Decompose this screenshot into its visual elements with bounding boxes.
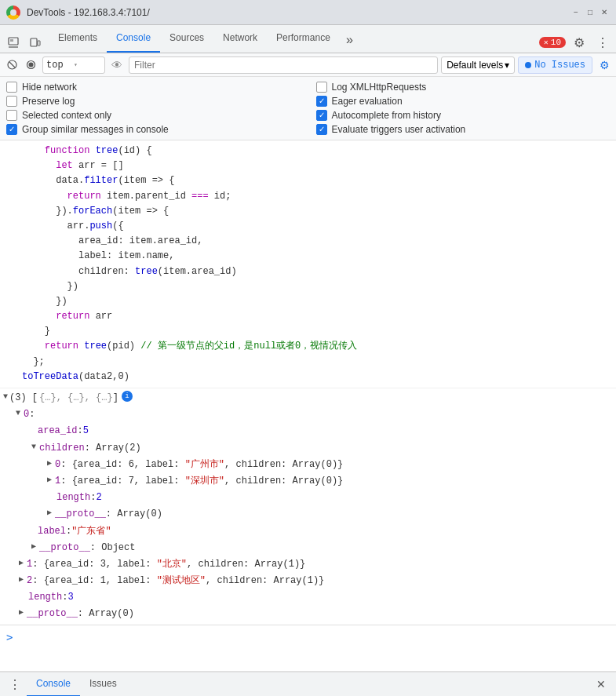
tab-elements[interactable]: Elements — [49, 24, 107, 53]
result-proto-row[interactable]: ▶ __proto__: Array(0) — [0, 606, 616, 622]
levels-arrow: ▾ — [505, 60, 509, 71]
svg-rect-2 — [10, 39, 13, 42]
error-icon: ✕ — [544, 38, 549, 47]
issues-button[interactable]: No Issues — [518, 56, 592, 74]
svg-rect-4 — [38, 41, 40, 46]
code-line: return item.parent_id === id; — [6, 189, 610, 204]
stop-recording-button[interactable] — [22, 56, 39, 74]
more-options-button[interactable]: ⋮ — [592, 32, 613, 53]
group-similar-option[interactable]: Group similar messages in console — [6, 124, 301, 135]
console-body: function tree(id) { let arr = [] data.fi… — [0, 140, 616, 671]
tab-sources[interactable]: Sources — [160, 24, 213, 53]
tab-network[interactable]: Network — [213, 24, 267, 53]
children-row[interactable]: ▼ children: Array(2) — [0, 440, 616, 457]
preserve-log-checkbox[interactable] — [6, 96, 17, 107]
evaluate-triggers-option[interactable]: Evaluate triggers user activation — [316, 124, 611, 135]
drawer-menu-button[interactable]: ⋮ — [6, 676, 24, 693]
error-count: 10 — [551, 38, 561, 47]
code-block: function tree(id) { let arr = [] data.fi… — [0, 140, 616, 388]
console-settings-button[interactable]: ⚙ — [596, 56, 613, 74]
obj-2-row[interactable]: ▶ 2: {area_id: 1, label: "测试地区", childre… — [0, 573, 616, 589]
autocomplete-checkbox[interactable] — [316, 110, 327, 121]
settings-button[interactable]: ⚙ — [569, 32, 589, 53]
eager-eval-checkbox[interactable] — [316, 96, 327, 107]
hide-network-checkbox[interactable] — [6, 82, 17, 93]
svg-rect-3 — [31, 38, 37, 46]
close-button[interactable]: ✕ — [599, 7, 610, 18]
console-scroll-container[interactable]: function tree(id) { let arr = [] data.fi… — [0, 140, 616, 671]
window-title: DevTools - 192.168.3.4:7101/ — [27, 7, 564, 18]
selected-context-option[interactable]: Selected context only — [6, 110, 301, 121]
bottom-tab-issues[interactable]: Issues — [80, 672, 126, 696]
hide-network-option[interactable]: Hide network — [6, 82, 301, 93]
result-proto-arrow[interactable]: ▶ — [19, 607, 24, 619]
code-line: arr.push({ — [6, 219, 610, 234]
prompt-arrow: > — [6, 631, 13, 643]
code-line: toTreeData(data2,0) — [6, 370, 610, 384]
area-id-row: area_id: 5 — [0, 423, 616, 439]
autocomplete-option[interactable]: Autocomplete from history — [316, 110, 611, 121]
obj-proto-row[interactable]: ▶ __proto__: Object — [0, 540, 616, 556]
maximize-button[interactable]: □ — [585, 7, 596, 18]
children-arrow[interactable]: ▼ — [31, 441, 36, 454]
code-line: }) — [6, 294, 610, 309]
eye-button[interactable]: 👁 — [108, 56, 126, 74]
selected-context-checkbox[interactable] — [6, 110, 17, 121]
result-prefix: (3) [ — [9, 391, 38, 406]
output-section: ▼ (3) [{…}, {…}, {…}] i ▼ 0: area_id: 5 … — [0, 388, 616, 625]
group-similar-checkbox[interactable] — [6, 124, 17, 135]
minimize-button[interactable]: − — [570, 7, 581, 18]
children-0-arrow[interactable]: ▶ — [47, 457, 52, 470]
obj-proto-arrow[interactable]: ▶ — [31, 541, 36, 553]
execution-context-select[interactable]: top ▾ — [42, 56, 105, 74]
log-xml-option[interactable]: Log XMLHttpRequests — [316, 82, 611, 93]
tab-performance[interactable]: Performance — [267, 24, 340, 53]
console-input-bar: > — [0, 625, 616, 650]
close-drawer-button[interactable]: ✕ — [592, 676, 610, 693]
code-line: return arr — [6, 309, 610, 324]
obj-0-row[interactable]: ▼ 0: — [0, 406, 616, 423]
children-proto-row[interactable]: ▶ __proto__: Array(0) — [0, 506, 616, 523]
code-line: } — [6, 324, 610, 339]
obj-1-row[interactable]: ▶ 1: {area_id: 3, label: "北京", children:… — [0, 556, 616, 573]
result-length-row: length: 3 — [0, 589, 616, 606]
code-line: label: item.name, — [6, 249, 610, 264]
obj-2-arrow[interactable]: ▶ — [19, 574, 24, 586]
chrome-icon — [6, 5, 20, 20]
inspect-element-button[interactable] — [3, 32, 24, 53]
device-toolbar-button[interactable] — [25, 32, 46, 53]
log-xml-checkbox[interactable] — [316, 82, 327, 93]
children-length-row: length: 2 — [0, 490, 616, 506]
children-1-arrow[interactable]: ▶ — [47, 474, 52, 486]
filter-input[interactable] — [129, 56, 438, 74]
preserve-log-option[interactable]: Preserve log — [6, 96, 301, 107]
evaluate-triggers-checkbox[interactable] — [316, 124, 327, 135]
obj-1-arrow[interactable]: ▶ — [19, 557, 24, 570]
bottom-tab-console[interactable]: Console — [27, 672, 80, 696]
children-proto-arrow[interactable]: ▶ — [47, 507, 52, 519]
context-select-arrow: ▾ — [74, 61, 101, 68]
code-line: children: tree(item.area_id) — [6, 264, 610, 279]
filter-bar: top ▾ 👁 Default levels ▾ No Issues ⚙ — [0, 53, 616, 77]
svg-line-6 — [9, 62, 15, 67]
error-badge[interactable]: ✕ 10 — [539, 37, 566, 48]
code-line: function tree(id) { — [6, 144, 610, 159]
result-header-row[interactable]: ▼ (3) [{…}, {…}, {…}] i — [0, 390, 616, 406]
console-input[interactable] — [19, 632, 610, 643]
filter-left-icons — [3, 56, 39, 74]
info-icon[interactable]: i — [122, 391, 133, 402]
eager-eval-option[interactable]: Eager evaluation — [316, 96, 611, 107]
clear-console-button[interactable] — [3, 56, 20, 74]
children-0-row[interactable]: ▶ 0: {area_id: 6, label: "广州市", children… — [0, 457, 616, 473]
code-line: let arr = [] — [6, 159, 610, 173]
result-arrow[interactable]: ▼ — [3, 391, 8, 403]
code-line: return tree(pid) // 第一级节点的父id，是null或者0，视… — [6, 339, 610, 354]
code-line: area_id: item.area_id, — [6, 234, 610, 249]
issues-dot — [525, 62, 531, 68]
obj-0-arrow[interactable]: ▼ — [16, 407, 20, 420]
label-row: label: "广东省" — [0, 523, 616, 540]
children-1-row[interactable]: ▶ 1: {area_id: 7, label: "深圳市", children… — [0, 473, 616, 490]
log-levels-button[interactable]: Default levels ▾ — [441, 56, 515, 74]
more-tabs-button[interactable]: » — [340, 29, 360, 53]
tab-console[interactable]: Console — [107, 24, 160, 53]
